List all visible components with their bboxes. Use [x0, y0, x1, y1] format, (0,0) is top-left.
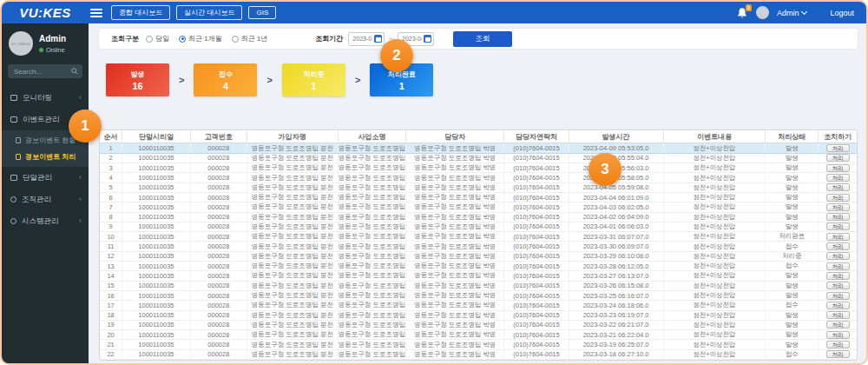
date-from-field[interactable]: 2023-03-1	[348, 32, 385, 46]
process-button[interactable]: 처리	[826, 311, 850, 319]
menu-label: 이벤트관리	[23, 115, 60, 125]
cell-action: 처리	[819, 301, 857, 309]
table-row[interactable]: 151000110035000028영등포구청 도로조명팀 분전영등포구청 도로…	[100, 282, 857, 291]
table-row[interactable]: 191000110035000028영등포구청 도로조명팀 분전영등포구청 도로…	[100, 321, 857, 330]
cell-action: 처리	[819, 252, 857, 261]
header-manager-phone: 담당자연락처	[504, 130, 569, 143]
hamburger-menu-icon[interactable]	[90, 9, 102, 17]
sidebar-item-terminal-management[interactable]: 단말관리 ‹	[2, 167, 89, 189]
radio-last-year[interactable]: 최근 1년	[232, 34, 268, 43]
table-row[interactable]: 121000110035000028영등포구청 도로조명팀 분전영등포구청 도로…	[100, 252, 857, 262]
process-button[interactable]: 처리	[826, 183, 850, 191]
process-button[interactable]: 처리	[826, 154, 850, 162]
search-icon[interactable]	[71, 68, 78, 75]
process-button[interactable]: 처리	[826, 222, 850, 230]
table-row[interactable]: 161000110035000028영등포구청 도로조명팀 분전영등포구청 도로…	[100, 291, 857, 301]
nav-button-realtime-dashboard[interactable]: 실시간 대시보드	[176, 5, 242, 20]
process-button[interactable]: 처리	[826, 213, 850, 221]
logout-link[interactable]: Logout	[830, 9, 854, 17]
process-button[interactable]: 처리	[826, 341, 850, 348]
navbar-avatar[interactable]	[756, 6, 769, 19]
cell-customer: 000028	[191, 282, 247, 290]
cell-action: 처리	[819, 183, 857, 192]
table-row[interactable]: 51000110035000028영등포구청 도로조명팀 분전영등포구청 도로조…	[100, 183, 857, 193]
profile-name: Admin	[39, 34, 66, 44]
process-button[interactable]: 처리	[826, 331, 850, 339]
cell-no: 22	[100, 350, 122, 359]
sidebar-item-monitoring[interactable]: 모니터링 ‹	[2, 87, 89, 109]
process-button[interactable]: 처리	[826, 174, 850, 182]
process-button[interactable]: 처리	[826, 262, 850, 270]
notification-bell-icon[interactable]: 3	[736, 7, 748, 19]
cell-customer: 000028	[191, 330, 247, 339]
cell-subscriber: 영등포구청 도로조명팀 분전	[247, 154, 339, 163]
table-row[interactable]: 201000110035000028영등포구청 도로조명팀 분전영등포구청 도로…	[100, 330, 857, 340]
table-row[interactable]: 41000110035000028영등포구청 도로조명팀 분전영등포구청 도로조…	[100, 173, 857, 182]
cell-status: 발생	[766, 163, 819, 172]
process-button[interactable]: 처리	[826, 144, 850, 152]
process-button[interactable]: 처리	[826, 194, 850, 202]
cell-action: 처리	[819, 143, 857, 152]
nav-button-dashboard[interactable]: 종합 대시보드	[111, 5, 170, 20]
cell-event: 정전+이상전압	[664, 340, 766, 348]
radio-today[interactable]: 당일	[146, 34, 169, 43]
table-row[interactable]: 181000110035000028영등포구청 도로조명팀 분전영등포구청 도로…	[100, 311, 857, 321]
cell-no: 2	[100, 154, 122, 163]
user-menu[interactable]: Admin	[777, 9, 807, 17]
sidebar-menu: 모니터링 ‹ 이벤트관리 ⌄ 경보이벤트 현황 경보이벤트 처리	[2, 87, 89, 232]
cell-no: 13	[100, 262, 122, 270]
cell-time: 2023-03-29 06:10:08.0	[569, 252, 664, 261]
table-row[interactable]: 211000110035000028영등포구청 도로조명팀 분전영등포구청 도로…	[100, 340, 857, 349]
table-row[interactable]: 221000110035000028영등포구청 도로조명팀 분전영등포구청 도로…	[100, 350, 857, 360]
table-row[interactable]: 91000110035000028영등포구청 도로조명팀 분전영등포구청 도로조…	[100, 222, 857, 232]
search-button[interactable]: 조회	[453, 31, 512, 47]
table-row[interactable]: 131000110035000028영등포구청 도로조명팀 분전영등포구청 도로…	[100, 262, 857, 271]
table-row[interactable]: 171000110035000028영등포구청 도로조명팀 분전영등포구청 도로…	[100, 301, 857, 310]
cell-serial: 1000110035	[122, 330, 190, 339]
table-row[interactable]: 11000110035000028영등포구청 도로조명팀 분전영등포구청 도로조…	[100, 143, 857, 153]
sidebar-item-alarm-event-process[interactable]: 경보이벤트 처리	[2, 149, 89, 165]
sidebar-item-system-management[interactable]: 시스템관리 ‹	[2, 210, 89, 232]
cell-manager: 영등포구청 도로조명팀 박영	[406, 321, 504, 329]
sidebar-item-organization-management[interactable]: 조직관리 ‹	[2, 189, 89, 210]
process-button[interactable]: 처리	[826, 203, 850, 211]
table-row[interactable]: 141000110035000028영등포구청 도로조명팀 분전영등포구청 도로…	[100, 271, 857, 281]
process-button[interactable]: 처리	[826, 252, 850, 260]
process-button[interactable]: 처리	[826, 242, 850, 250]
calendar-icon[interactable]	[424, 35, 431, 43]
cell-status: 접수	[766, 350, 819, 359]
process-button[interactable]: 처리	[826, 233, 850, 241]
search-input[interactable]	[12, 67, 71, 76]
submenu-label: 경보이벤트 현황	[25, 136, 76, 145]
cell-office: 영등포구청 도로조명팀	[339, 282, 406, 290]
nav-button-gis[interactable]: GIS	[248, 6, 276, 19]
process-button[interactable]: 처리	[826, 350, 850, 358]
calendar-icon[interactable]	[374, 35, 382, 43]
process-button[interactable]: 처리	[826, 302, 850, 309]
radio-last-month[interactable]: 최근 1개월	[179, 34, 222, 43]
cell-event: 정전+이상전압	[664, 242, 766, 250]
radio-label: 최근 1년	[241, 34, 268, 43]
table-row[interactable]: 21000110035000028영등포구청 도로조명팀 분전영등포구청 도로조…	[100, 154, 857, 163]
table-row[interactable]: 101000110035000028영등포구청 도로조명팀 분전영등포구청 도로…	[100, 232, 857, 242]
process-button[interactable]: 처리	[826, 321, 850, 328]
process-button[interactable]: 처리	[826, 164, 850, 172]
cell-no: 16	[100, 291, 122, 300]
table-row[interactable]: 111000110035000028영등포구청 도로조명팀 분전영등포구청 도로…	[100, 242, 857, 251]
table-row[interactable]: 31000110035000028영등포구청 도로조명팀 분전영등포구청 도로조…	[100, 163, 857, 173]
process-button[interactable]: 처리	[826, 272, 850, 280]
process-button[interactable]: 처리	[826, 292, 850, 300]
cell-manager: 영등포구청 도로조명팀 박영	[406, 271, 504, 280]
cell-subscriber: 영등포구청 도로조명팀 분전	[247, 262, 339, 270]
cell-action: 처리	[819, 232, 857, 241]
cell-office: 영등포구청 도로조명팀	[339, 193, 406, 202]
cell-office: 영등포구청 도로조명팀	[339, 262, 406, 270]
cell-serial: 1000110035	[122, 311, 190, 320]
table-row[interactable]: 81000110035000028영등포구청 도로조명팀 분전영등포구청 도로조…	[100, 213, 857, 222]
table-row[interactable]: 71000110035000028영등포구청 도로조명팀 분전영등포구청 도로조…	[100, 202, 857, 212]
table-row[interactable]: 61000110035000028영등포구청 도로조명팀 분전영등포구청 도로조…	[100, 193, 857, 202]
cell-customer: 000028	[191, 154, 247, 163]
cell-manager: 영등포구청 도로조명팀 박영	[406, 262, 504, 270]
process-button[interactable]: 처리	[826, 282, 850, 289]
cell-office: 영등포구청 도로조명팀	[339, 271, 406, 280]
